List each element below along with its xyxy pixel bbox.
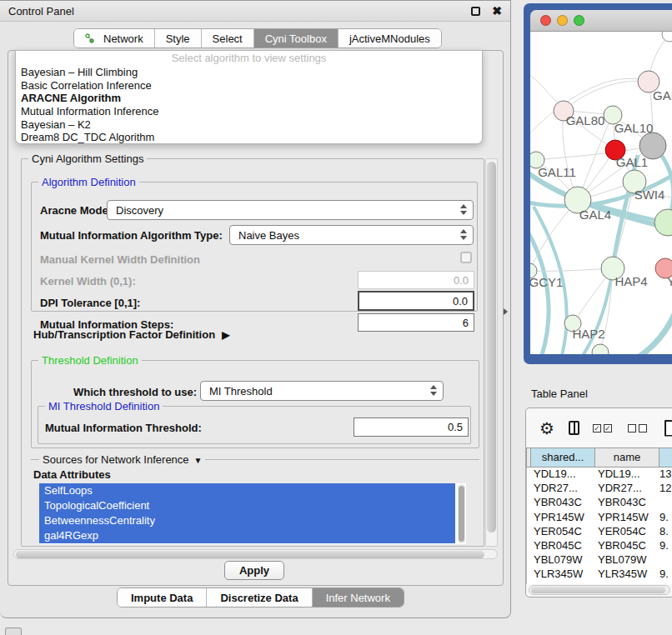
table-cell[interactable]: YLR345W <box>591 568 655 582</box>
dropdown-item[interactable]: Basic Correlation Inference <box>16 79 482 92</box>
aracne-mode-select[interactable]: Discovery <box>107 200 474 220</box>
table-row[interactable]: YBR045CYBR045C9. <box>527 539 672 553</box>
attribute-item[interactable]: TopologicalCoefficient <box>39 498 455 513</box>
table-cell[interactable]: 9. <box>655 568 672 582</box>
table-cell[interactable]: YBL079W <box>527 553 591 568</box>
checked-columns-icon[interactable]: ✓✓ <box>593 424 614 432</box>
table-cell[interactable]: YIL052C <box>527 582 591 585</box>
table-cell[interactable]: YDR27... <box>527 482 591 496</box>
which-threshold-select[interactable]: MI Threshold <box>200 381 444 401</box>
graph-node-swi4[interactable] <box>654 209 672 236</box>
table-cell[interactable]: YER054C <box>591 525 655 539</box>
table-cell[interactable] <box>655 553 672 568</box>
tab-jactivemnodules[interactable]: jActiveMNodules <box>338 29 441 48</box>
table-cell[interactable]: YBR043C <box>591 496 655 510</box>
settings-vertical-scrollbar[interactable] <box>485 158 498 547</box>
table-cell[interactable]: YDR27... <box>591 482 655 496</box>
tab-style[interactable]: Style <box>154 29 201 48</box>
tab-impute-data[interactable]: Impute Data <box>118 588 206 607</box>
manual-kernel-checkbox[interactable] <box>460 252 472 263</box>
tab-label: Network <box>103 32 143 45</box>
table-row[interactable]: YDR27...YDR27...12 <box>527 482 672 496</box>
graph-node-label: GAL10 <box>614 121 654 135</box>
table-cell[interactable] <box>655 496 672 510</box>
apply-button[interactable]: Apply <box>224 561 284 580</box>
table-cell[interactable]: YDL19... <box>527 468 591 482</box>
export-file-icon[interactable] <box>664 420 672 437</box>
mi-steps-input[interactable]: 6 <box>358 313 474 332</box>
graph-edge <box>579 268 613 354</box>
tab-infer-network[interactable]: Infer Network <box>312 588 404 607</box>
graph-edge <box>629 303 672 354</box>
table-row[interactable]: YPR145WYPR145W9. <box>527 511 672 525</box>
dpi-tolerance-input[interactable]: 0.0 <box>358 291 474 311</box>
kernel-width-input[interactable]: 0.0 <box>358 271 474 289</box>
table-cell[interactable]: 8. <box>655 525 672 539</box>
tab-cyni-toolbox[interactable]: Cyni Toolbox <box>253 29 338 48</box>
attribute-item[interactable]: BetweennessCentrality <box>39 513 455 528</box>
graph-node-label: GCY1 <box>530 275 563 289</box>
table-cell[interactable]: 12 <box>655 482 672 496</box>
dropdown-item[interactable]: ARACNE Algorithm <box>16 92 482 105</box>
zoom-traffic-light[interactable] <box>574 15 584 26</box>
attribute-item[interactable]: SelfLoops <box>39 483 455 498</box>
dropdown-item[interactable]: Bayesian – K2 <box>16 118 482 132</box>
dropdown-item[interactable]: Mutual Information Inference <box>16 105 482 118</box>
data-attributes-list[interactable]: SelfLoopsTopologicalCoefficientBetweenne… <box>39 483 466 544</box>
graph-node-partial-bottom[interactable] <box>592 344 609 354</box>
mi-threshold-input[interactable]: 0.5 <box>354 418 469 437</box>
table-cell[interactable]: YBR045C <box>591 539 655 553</box>
mi-threshold-group: MI Threshold Definition Mutual Informati… <box>38 406 471 444</box>
table-cell[interactable]: 13 <box>655 468 672 482</box>
gear-icon[interactable]: ⚙ <box>539 418 554 438</box>
table-row[interactable]: YDL19...YDL19...13 <box>527 468 672 482</box>
dropdown-item[interactable]: Bayesian – Hill Climbing <box>16 66 482 79</box>
cyni-settings-title: Cyni Algorithm Settings <box>28 152 147 165</box>
column-header-extra[interactable] <box>659 448 672 468</box>
network-canvas[interactable]: GALGAL80GAL10GAL1GAL11GAL4SWI4GCY1HAP4YH… <box>530 32 672 354</box>
table-cell[interactable]: YIL052C <box>591 582 655 585</box>
table-cell[interactable]: 9. <box>655 511 672 525</box>
table-toolbar: ⚙ ✓✓ <box>526 408 672 448</box>
table-row[interactable]: YER054CYER054C8. <box>527 525 672 539</box>
graph-node-partial-top[interactable] <box>662 32 672 42</box>
float-window-icon[interactable] <box>471 7 480 16</box>
table-cell[interactable]: 9. <box>655 582 672 585</box>
table-horizontal-scrollbar[interactable] <box>529 585 670 595</box>
table-row[interactable]: YBR043CYBR043C <box>527 496 672 510</box>
table-cell[interactable]: YBL079W <box>591 553 655 568</box>
table-cell[interactable]: YER054C <box>527 525 591 539</box>
table-cell[interactable]: YPR145W <box>527 511 591 525</box>
column-header-shared-[interactable]: shared... <box>531 448 595 468</box>
table-cell[interactable]: YDL19... <box>591 468 655 482</box>
mi-type-label: Mutual Information Algorithm Type: <box>40 229 223 242</box>
attribute-item[interactable]: gal4RGexp <box>39 528 455 543</box>
table-cell[interactable]: YLR345W <box>527 568 591 582</box>
table-cell[interactable]: YPR145W <box>591 511 655 525</box>
table-row[interactable]: YLR345WYLR345W9. <box>527 568 672 582</box>
columns-icon[interactable] <box>569 421 579 435</box>
mi-algorithm-type-select[interactable]: Naive Bayes <box>229 225 474 245</box>
table-cell[interactable]: 9. <box>655 539 672 553</box>
panel-corner-icon[interactable] <box>5 628 22 635</box>
tab-network[interactable]: Network <box>74 29 154 48</box>
network-window-titlebar[interactable] <box>530 10 672 32</box>
table-cell[interactable]: YBR045C <box>527 539 591 553</box>
tab-select[interactable]: Select <box>201 29 253 48</box>
graph-node-label: Y <box>667 274 672 288</box>
unchecked-columns-icon[interactable] <box>628 424 649 432</box>
close-traffic-light[interactable] <box>540 15 551 26</box>
list-scrollbar[interactable] <box>458 484 465 543</box>
table-body: YDL19...YDL19...13YDR27...YDR27...12YBR0… <box>526 468 672 584</box>
dropdown-item[interactable]: Dream8 DC_TDC Algorithm <box>16 131 482 144</box>
tab-discretize-data[interactable]: Discretize Data <box>206 588 311 607</box>
table-cell[interactable]: YBR043C <box>527 496 591 510</box>
column-header-name[interactable]: name <box>595 448 659 468</box>
settings-horizontal-scrollbar[interactable] <box>13 549 498 559</box>
table-row[interactable]: YBL079WYBL079W <box>527 553 672 568</box>
close-icon[interactable]: ✖ <box>492 5 502 17</box>
table-row[interactable]: YIL052CYIL052C9. <box>527 582 672 585</box>
hub-definition-toggle[interactable]: Hub/Transcription Factor Definition▶ <box>33 328 229 341</box>
sources-title[interactable]: Sources for Network Inference▼ <box>39 453 205 466</box>
minimize-traffic-light[interactable] <box>557 15 568 26</box>
